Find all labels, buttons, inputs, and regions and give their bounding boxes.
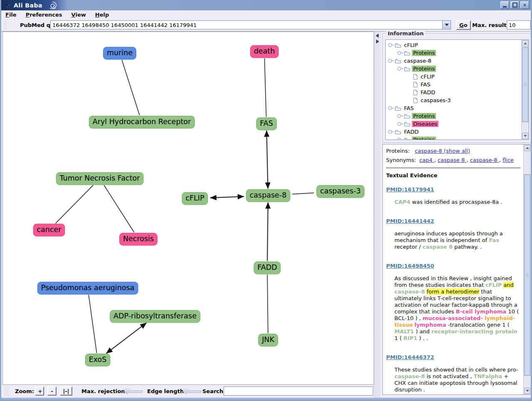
tree-item-label: Proteins: [412, 66, 436, 72]
toolbar-grip[interactable]: [4, 386, 10, 396]
tree-item-label: FAS: [403, 105, 415, 111]
tree-item-proteins[interactable]: Proteins: [397, 49, 522, 57]
tree-item-fas[interactable]: FAS: [388, 104, 522, 112]
graph-node-murine[interactable]: murine: [103, 47, 136, 60]
search-input[interactable]: [224, 386, 373, 396]
app-window: ✕ Ali Baba ✕ FilePreferencesViewHelp Pub…: [0, 0, 532, 401]
maximize-icon[interactable]: [510, 1, 519, 9]
tree-item-proteins[interactable]: Proteins: [397, 136, 522, 140]
tree-expander-icon[interactable]: [388, 106, 395, 110]
document-icon: [413, 74, 418, 80]
evidence-text: As discussed in this Review , insight ga…: [386, 275, 521, 342]
evidence-span: ) . .: [417, 335, 428, 341]
menu-item-view[interactable]: View: [71, 12, 86, 18]
tree-expander-icon[interactable]: [388, 43, 395, 47]
max-results-label: Max. results: [472, 22, 510, 28]
synonym-link-flice[interactable]: flice: [502, 157, 514, 163]
collapse-right-icon[interactable]: [376, 39, 379, 44]
menu-item-help[interactable]: Help: [95, 12, 109, 18]
pmid-link-16498450[interactable]: PMID:16498450: [386, 263, 434, 269]
proteins-show-all-link[interactable]: caspase-8 (show all): [415, 148, 470, 154]
tree-scrollbar[interactable]: [521, 40, 529, 139]
tree-item-fas[interactable]: FAS: [406, 81, 522, 88]
tree-item-label: FADD: [419, 89, 436, 95]
evidence-span: 1 (: [394, 335, 404, 341]
tree-item-fadd[interactable]: FADD: [388, 128, 522, 136]
entity-span-hl: and: [503, 282, 513, 288]
tree-item-cflip[interactable]: cFLIP: [388, 41, 522, 49]
pmid-link-16446372[interactable]: PMID:16446372: [386, 354, 434, 360]
pubmed-query-input[interactable]: [51, 21, 442, 29]
minimize-icon[interactable]: [500, 1, 509, 9]
max-results-input[interactable]: [507, 20, 531, 29]
menu-item-preferences[interactable]: Preferences: [26, 12, 62, 18]
tree-item-diseases[interactable]: Diseases: [397, 120, 522, 128]
tree-item-caspases-3[interactable]: caspases-3: [406, 96, 522, 104]
graph-node-cflip[interactable]: cFLIP: [182, 192, 208, 205]
graph-node-exos[interactable]: ExoS: [85, 354, 111, 367]
close-icon[interactable]: ✕: [520, 1, 529, 9]
scroll-up-icon[interactable]: [522, 40, 528, 46]
slider-thumb[interactable]: [183, 388, 189, 394]
tree-item-label: cFLIP: [419, 73, 436, 80]
menu-item-file[interactable]: File: [5, 12, 17, 18]
graph-edge-death-fas: [264, 58, 266, 117]
evidence-text: CAP4 was identified as procaspase-8a .: [386, 199, 521, 205]
details-scrollbar[interactable]: [523, 144, 531, 394]
zoom-fit-button[interactable]: |-|: [60, 386, 72, 396]
pmid-link-16179941[interactable]: PMID:16179941: [386, 186, 434, 193]
scrollbar-thumb[interactable]: [522, 47, 528, 122]
graph-edge-fas-casp8: [266, 130, 268, 188]
graph-node-fas[interactable]: FAS: [256, 117, 277, 130]
tree-item-proteins[interactable]: Proteins: [397, 112, 522, 120]
tree-expander-icon[interactable]: [388, 130, 395, 134]
zoom-in-button[interactable]: +: [35, 386, 44, 396]
toolbar-grip[interactable]: [3, 21, 7, 29]
graph-node-cancer[interactable]: cancer: [33, 224, 65, 237]
combobox-dropdown-icon[interactable]: [442, 21, 451, 29]
graph-node-pa[interactable]: Pseudomonas aeruginosa: [37, 282, 138, 295]
tree-expander-icon[interactable]: [397, 67, 404, 71]
entity-span-pink: B-cell lymphoma: [456, 308, 507, 315]
synonyms-label: Synonyms:: [386, 157, 416, 163]
search-label: Search:: [202, 388, 226, 394]
pmid-link-16441442[interactable]: PMID:16441442: [386, 218, 434, 224]
graph-edges: [3, 32, 374, 385]
split-pane-divider[interactable]: [374, 32, 380, 398]
tree-expander-icon[interactable]: [388, 59, 395, 63]
graph-node-necrosis[interactable]: Necrosis: [119, 233, 158, 246]
scrollbar-thumb[interactable]: [524, 174, 530, 376]
entity-span-green: CAP4: [394, 199, 410, 205]
graph-node-ahr[interactable]: Aryl Hydrocarbon Receptor: [89, 116, 195, 129]
graph-edge-jnk-fadd: [267, 274, 268, 333]
tree-expander-icon[interactable]: [397, 51, 404, 55]
tree-item-cflip[interactable]: cFLIP: [406, 73, 522, 81]
graph-node-adp[interactable]: ADP-ribosyltransferase: [110, 310, 200, 323]
graph-node-fadd[interactable]: FADD: [254, 262, 281, 274]
scroll-down-icon[interactable]: [524, 388, 530, 394]
tree-expander-icon[interactable]: [397, 114, 404, 118]
synonym-link-caspase-8[interactable]: caspase 8: [438, 157, 466, 163]
tree-expander-icon[interactable]: [397, 122, 404, 126]
tree-item-fadd[interactable]: FADD: [406, 88, 522, 96]
graph-node-casp3[interactable]: caspases-3: [316, 185, 365, 198]
synonym-link-cap4[interactable]: cap4: [419, 157, 434, 163]
tree-expander-icon[interactable]: [397, 138, 404, 140]
tree-item-proteins[interactable]: Proteins: [397, 65, 522, 73]
scroll-down-icon[interactable]: [522, 133, 528, 139]
edge-length-slider[interactable]: [183, 387, 202, 395]
go-button[interactable]: Go: [456, 20, 471, 30]
graph-node-casp8[interactable]: caspase-8: [246, 189, 291, 202]
max-rejection-slider[interactable]: [124, 387, 143, 395]
proteins-row: Proteins: caspase-8 (show all): [386, 148, 521, 154]
tree-item-caspase-8[interactable]: caspase-8: [388, 57, 522, 65]
graph-canvas[interactable]: murineAryl Hydrocarbon ReceptordeathFAST…: [2, 32, 374, 385]
zoom-out-button[interactable]: -: [47, 386, 57, 396]
graph-node-death[interactable]: death: [250, 45, 279, 58]
slider-thumb[interactable]: [124, 388, 131, 394]
collapse-left-icon[interactable]: [376, 34, 379, 38]
graph-node-jnk[interactable]: JNK: [258, 334, 278, 347]
scroll-up-icon[interactable]: [524, 145, 530, 151]
synonym-link-caspase-8[interactable]: caspase-8: [470, 157, 499, 163]
graph-node-tnf[interactable]: Tumor Necrosis Factor: [56, 172, 144, 185]
